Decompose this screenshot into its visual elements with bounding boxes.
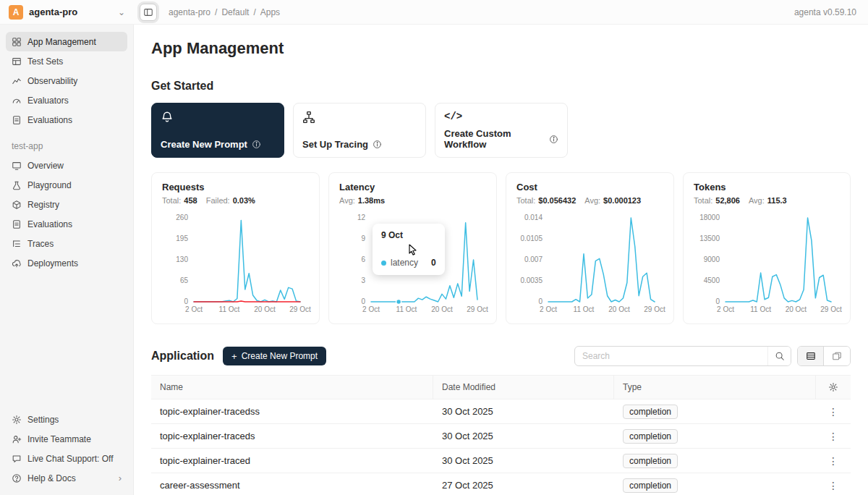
app-name: career-assessment bbox=[151, 480, 433, 491]
svg-text:11 Oct: 11 Oct bbox=[750, 305, 771, 313]
create-new-prompt-button[interactable]: + Create New Prompt bbox=[223, 347, 326, 365]
sidebar-item-registry[interactable]: Registry bbox=[6, 195, 127, 214]
svg-text:9000: 9000 bbox=[704, 255, 720, 263]
sidebar-item-label: Settings bbox=[27, 415, 59, 425]
chevron-down-icon: ⌄ bbox=[118, 7, 125, 17]
button-label: Create New Prompt bbox=[242, 351, 318, 361]
sidebar-item-label: Invite Teammate bbox=[27, 434, 91, 444]
metric-title: Tokens bbox=[694, 182, 840, 192]
info-icon[interactable] bbox=[549, 135, 558, 144]
stat-value: 52,806 bbox=[715, 196, 740, 205]
svg-text:0.0035: 0.0035 bbox=[520, 276, 542, 284]
app-date-modified: 27 Oct 2025 bbox=[433, 480, 614, 491]
sidebar-item-app-management[interactable]: App Management bbox=[6, 32, 127, 51]
sidebar-item-overview[interactable]: Overview bbox=[6, 156, 127, 175]
svg-text:0: 0 bbox=[538, 297, 542, 305]
search-button[interactable] bbox=[767, 347, 791, 365]
table-row[interactable]: topic-explainer-traced 30 Oct 2025 compl… bbox=[151, 449, 851, 473]
sidebar-item-observability[interactable]: Observability bbox=[6, 71, 127, 90]
stat-value: $0.000123 bbox=[603, 196, 641, 205]
workspace-avatar: A bbox=[9, 5, 23, 20]
sidebar-item-evaluators[interactable]: Evaluators bbox=[6, 90, 127, 110]
page-title: App Management bbox=[151, 39, 851, 58]
column-header-date-modified[interactable]: Date Modified bbox=[433, 376, 614, 399]
metric-title: Requests bbox=[162, 182, 309, 192]
sidebar-item-evaluations[interactable]: Evaluations bbox=[6, 110, 127, 130]
panel-left-icon bbox=[143, 7, 153, 17]
code-icon: </> bbox=[444, 111, 462, 122]
type-badge: completion bbox=[623, 429, 678, 444]
chart-line-icon bbox=[12, 76, 22, 86]
sidebar-item-app-evaluations[interactable]: Evaluations bbox=[6, 214, 127, 234]
table-row[interactable]: topic-explainer-tracedss 30 Oct 2025 com… bbox=[151, 399, 851, 424]
monitor-icon bbox=[12, 161, 22, 171]
svg-text:195: 195 bbox=[176, 234, 188, 242]
column-header-type[interactable]: Type bbox=[614, 376, 816, 399]
set-up-tracing-card[interactable]: Set Up Tracing bbox=[293, 103, 426, 158]
sidebar-item-invite-teammate[interactable]: Invite Teammate bbox=[6, 429, 127, 449]
sidebar-item-live-chat-support[interactable]: Live Chat Support: Off bbox=[6, 449, 127, 468]
sidebar-toggle-button[interactable] bbox=[140, 4, 157, 21]
info-icon[interactable] bbox=[252, 140, 261, 149]
svg-text:2 Oct: 2 Oct bbox=[362, 305, 380, 313]
application-title: Application bbox=[151, 350, 214, 363]
svg-text:0.0105: 0.0105 bbox=[520, 234, 542, 242]
svg-text:20 Oct: 20 Oct bbox=[431, 305, 453, 313]
gear-icon[interactable] bbox=[828, 382, 838, 392]
tooltip-value: 0 bbox=[431, 258, 436, 268]
svg-text:3: 3 bbox=[361, 276, 365, 284]
row-more-button[interactable]: ⋮ bbox=[816, 455, 851, 467]
metric-card-requests: Requests Total:458 Failed:0.03% 06513019… bbox=[151, 172, 320, 324]
question-circle-icon bbox=[12, 473, 22, 483]
create-custom-workflow-card[interactable]: </> Create Custom Workflow bbox=[435, 103, 568, 158]
info-icon[interactable] bbox=[373, 140, 382, 149]
flask-icon bbox=[12, 180, 22, 190]
sidebar-item-label: Deployments bbox=[27, 258, 78, 268]
row-more-button[interactable]: ⋮ bbox=[816, 431, 851, 442]
sidebar-item-deployments[interactable]: Deployments bbox=[6, 253, 127, 273]
sidebar-item-settings[interactable]: Settings bbox=[6, 410, 127, 429]
sidebar-item-label: Traces bbox=[27, 239, 54, 249]
type-badge: completion bbox=[623, 478, 678, 493]
svg-text:29 Oct: 29 Oct bbox=[820, 305, 842, 313]
tokens-chart[interactable]: 04500900013500180002 Oct11 Oct20 Oct29 O… bbox=[694, 212, 840, 315]
workspace-name: agenta-pro bbox=[29, 7, 77, 17]
column-header-name[interactable]: Name bbox=[151, 376, 433, 399]
row-more-button[interactable]: ⋮ bbox=[816, 480, 851, 491]
search-input[interactable] bbox=[575, 347, 767, 365]
sidebar-item-help-docs[interactable]: Help & Docs › bbox=[6, 468, 127, 488]
search-box bbox=[574, 346, 791, 366]
svg-text:0: 0 bbox=[184, 297, 188, 305]
svg-text:2 Oct: 2 Oct bbox=[540, 305, 557, 313]
sidebar-item-playground[interactable]: Playground bbox=[6, 175, 127, 195]
svg-text:13500: 13500 bbox=[699, 234, 720, 242]
breadcrumb-workspace[interactable]: agenta-pro bbox=[169, 7, 210, 17]
svg-text:29 Oct: 29 Oct bbox=[289, 305, 311, 313]
table-row[interactable]: career-assessment 27 Oct 2025 completion… bbox=[151, 473, 851, 495]
table-row[interactable]: topic-explainer-traceds 30 Oct 2025 comp… bbox=[151, 424, 851, 449]
requests-chart[interactable]: 0651301952602 Oct11 Oct20 Oct29 Oct bbox=[162, 212, 309, 315]
create-new-prompt-card[interactable]: Create New Prompt bbox=[151, 103, 284, 158]
sidebar-item-label: Playground bbox=[27, 180, 72, 190]
sidebar-item-traces[interactable]: Traces bbox=[6, 234, 127, 253]
breadcrumb-page[interactable]: Apps bbox=[260, 7, 280, 17]
svg-text:2 Oct: 2 Oct bbox=[185, 305, 203, 313]
svg-text:20 Oct: 20 Oct bbox=[608, 305, 630, 313]
breadcrumb-project[interactable]: Default bbox=[221, 7, 249, 17]
breadcrumb: agenta-pro / Default / Apps bbox=[169, 7, 280, 17]
stat-label: Total: bbox=[162, 196, 181, 205]
sidebar-item-label: Live Chat Support: Off bbox=[27, 454, 114, 464]
tree-list-icon bbox=[12, 239, 22, 249]
cursor-icon bbox=[407, 244, 417, 255]
cost-chart[interactable]: 00.00350.0070.01050.0142 Oct11 Oct20 Oct… bbox=[516, 212, 663, 315]
workspace-selector[interactable]: A agenta-pro ⌄ bbox=[0, 0, 134, 24]
svg-text:9: 9 bbox=[361, 234, 365, 242]
latency-chart[interactable]: 0369122 Oct11 Oct20 Oct29 Oct 9 Oct late… bbox=[339, 212, 486, 315]
clipboard-icon bbox=[12, 115, 22, 125]
row-more-button[interactable]: ⋮ bbox=[816, 406, 851, 418]
card-view-button[interactable] bbox=[824, 347, 850, 365]
table-view-button[interactable] bbox=[798, 347, 824, 365]
sidebar-item-test-sets[interactable]: Test Sets bbox=[6, 51, 127, 71]
svg-text:11 Oct: 11 Oct bbox=[396, 305, 417, 313]
type-badge: completion bbox=[623, 454, 678, 468]
